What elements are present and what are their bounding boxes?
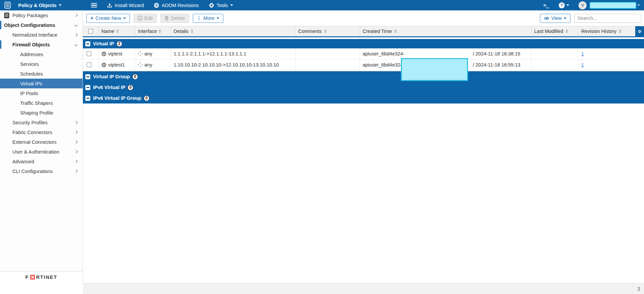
app-title-menu[interactable]: Policy & Objects (18, 3, 61, 8)
table-row-viptest[interactable]: viptest any 1.1.1.1-2.1.1.1->12.1.1.1-13… (83, 48, 644, 59)
sidebar-item-label: User & Authentication (12, 149, 59, 155)
sidebar-item-label: External Connectors (12, 139, 56, 145)
fortimanager-page: Policy & Objects Install Wizard ADOM Rev… (0, 0, 644, 294)
sidebar-item-object-configurations[interactable]: Object Configurations (0, 20, 83, 30)
view-button[interactable]: View (540, 14, 570, 23)
sidebar-item-firewall-objects[interactable]: Firewall Objects (0, 40, 83, 49)
group-header-virtual-ip-group[interactable]: Virtual IP Group 0 (83, 71, 644, 82)
select-all-checkbox[interactable] (88, 29, 93, 34)
collapse-minus-icon[interactable] (85, 41, 90, 46)
logo-red-square-icon (30, 275, 35, 280)
table-row-viptest1[interactable]: viptest1 any 1.10.10.10-2.10.10.10->12.1… (83, 59, 644, 71)
column-header-comments[interactable]: Comments (295, 26, 360, 36)
collapse-minus-icon[interactable] (85, 85, 90, 90)
sidebar-item-label: Virtual IPs (20, 81, 42, 86)
search-input[interactable] (574, 14, 641, 23)
chevron-down-icon (230, 4, 233, 6)
chevron-right-icon (75, 14, 78, 17)
created-time-prefix: apiuser_6bd4e324- (363, 51, 405, 56)
collapse-minus-icon[interactable] (85, 74, 90, 79)
help-menu-button[interactable]: ? (559, 2, 569, 8)
column-settings-gear-button[interactable] (635, 26, 644, 36)
chevron-down-icon (637, 4, 640, 6)
policy-packages-app-icon[interactable] (4, 2, 11, 9)
sidebar-item-normalized-interface[interactable]: Normalized Interface (0, 30, 83, 40)
hamburger-menu-icon[interactable] (91, 3, 97, 8)
clipboard-icon (4, 12, 9, 18)
virtual-ip-icon (101, 62, 106, 68)
eye-icon (544, 16, 549, 20)
sidebar-item-label: IP Pools (20, 91, 38, 96)
group-header-ipv6-virtual-ip[interactable]: IPv6 Virtual IP 0 (83, 82, 644, 93)
column-header-details[interactable]: Details (171, 26, 295, 36)
object-count: 2 (638, 286, 640, 292)
sidebar-item-traffic-shapers[interactable]: Traffic Shapers (0, 98, 83, 108)
vip-name: viptest1 (108, 62, 125, 68)
group-label: IPv6 Virtual IP Group (93, 95, 141, 101)
column-header-last-modified[interactable]: Last Modified (532, 26, 579, 36)
sidebar-item-fabric-connectors[interactable]: Fabric Connectors (0, 127, 83, 137)
column-header-revision-history[interactable]: Revision History (579, 26, 635, 36)
sidebar-item-services[interactable]: Services (0, 59, 83, 69)
top-navbar: Policy & Objects Install Wizard ADOM Rev… (0, 0, 644, 10)
row-checkbox[interactable] (87, 62, 91, 67)
collapse-minus-icon[interactable] (85, 96, 90, 101)
username-highlight-box[interactable] (590, 2, 636, 9)
edit-button[interactable]: Edit (134, 14, 157, 23)
sidebar-item-addresses[interactable]: Addresses (0, 49, 83, 59)
column-header-created-time[interactable]: Created Time (360, 26, 532, 36)
sidebar-item-shaping-profile[interactable]: Shaping Profile (0, 108, 83, 118)
row-checkbox[interactable] (87, 51, 91, 56)
sort-icon (116, 30, 119, 33)
vip-details: 1.10.10.10-2.10.10.10->12.10.10.10-13.10… (174, 62, 279, 68)
created-time-suffix: / 2024-11-18 16:55:13 (473, 62, 520, 68)
group-count-badge: 0 (132, 74, 138, 80)
delete-label: Delete (171, 15, 185, 21)
sidebar-item-user-authentication[interactable]: User & Authentication (0, 147, 83, 157)
delete-button[interactable]: Delete (160, 14, 189, 23)
sidebar-item-label: Policy Packages (12, 13, 48, 18)
group-label: Virtual IP (93, 41, 114, 46)
more-button[interactable]: ⋮ More (193, 14, 223, 23)
group-header-ipv6-virtual-ip-group[interactable]: IPv6 Virtual IP Group 0 (83, 93, 644, 103)
column-header-name[interactable]: Name (99, 26, 135, 36)
logo-text-f: F (26, 274, 29, 280)
interface-name: any (144, 62, 152, 68)
sidebar-item-advanced[interactable]: Advanced (0, 157, 83, 166)
sidebar-item-label: Services (20, 61, 39, 67)
download-icon (107, 3, 112, 8)
created-time-prefix: apiuser_6bd4e324- (363, 62, 405, 68)
sort-icon (158, 30, 161, 33)
sidebar-item-virtual-ips[interactable]: Virtual IPs (0, 79, 83, 88)
sidebar-nav: Policy Packages Object Configurations No… (0, 10, 83, 283)
sidebar-item-security-profiles[interactable]: Security Profiles (0, 118, 83, 127)
chevron-right-icon (75, 140, 78, 144)
cli-console-icon[interactable]: >_ (543, 2, 549, 8)
sidebar-item-label: Fabric Connectors (12, 130, 52, 135)
group-header-virtual-ip[interactable]: Virtual IP 2 (83, 39, 644, 48)
tools-menu-button[interactable]: Tools (209, 3, 233, 8)
sidebar-item-external-connectors[interactable]: External Connectors (0, 137, 83, 147)
sidebar-item-schedules[interactable]: Schedules (0, 69, 83, 79)
create-new-button[interactable]: + Create New (86, 14, 130, 23)
gear-icon (638, 29, 641, 34)
chevron-right-icon (75, 150, 78, 154)
revision-history-link[interactable]: 1 (581, 62, 584, 68)
sidebar-item-policy-packages[interactable]: Policy Packages (0, 10, 83, 20)
revision-history-link[interactable]: 1 (581, 51, 584, 56)
sidebar-item-ip-pools[interactable]: IP Pools (0, 88, 83, 98)
sidebar-item-cli-configurations[interactable]: CLI Configurations (0, 166, 83, 176)
adom-revisions-button[interactable]: ADOM Revisions (154, 3, 198, 8)
column-header-interface[interactable]: Interface (135, 26, 171, 36)
user-avatar[interactable]: V (579, 1, 587, 9)
install-wizard-button[interactable]: Install Wizard (107, 3, 144, 8)
created-time-suffix: / 2024-11-18 16:38:15 (473, 51, 520, 56)
edit-label: Edit (144, 15, 153, 21)
virtual-ip-table: Name Interface Details Comments Created … (83, 26, 644, 103)
chevron-down-icon (75, 24, 78, 27)
sort-icon (619, 30, 622, 33)
more-label: More (203, 15, 215, 21)
sidebar-item-label: Shaping Profile (20, 110, 53, 116)
sort-icon (191, 30, 193, 33)
group-count-badge: 0 (144, 95, 149, 101)
